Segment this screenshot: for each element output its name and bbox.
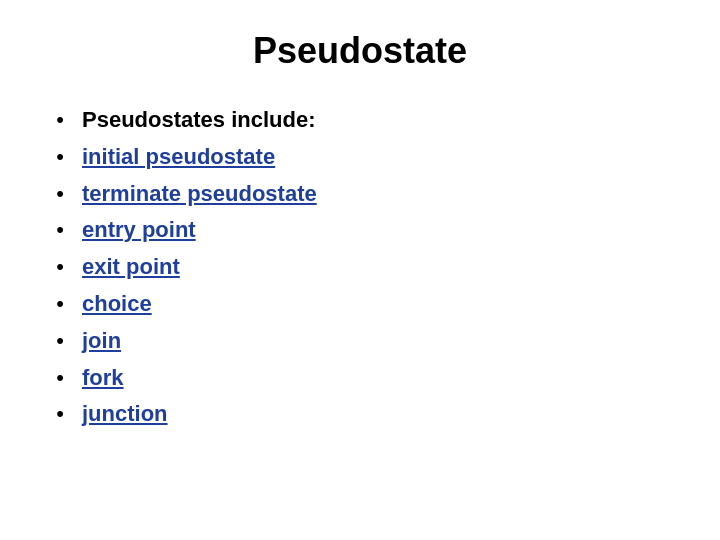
bullet-text[interactable]: choice — [82, 289, 152, 320]
bullet-icon: • — [50, 105, 70, 136]
bullet-icon: • — [50, 289, 70, 320]
list-item: •junction — [50, 396, 670, 433]
list-item: •Pseudostates include: — [50, 102, 670, 139]
bullet-icon: • — [50, 179, 70, 210]
bullet-list: •Pseudostates include:•initial pseudosta… — [50, 102, 670, 433]
bullet-icon: • — [50, 252, 70, 283]
bullet-text[interactable]: entry point — [82, 215, 196, 246]
bullet-text[interactable]: fork — [82, 363, 124, 394]
list-item: •terminate pseudostate — [50, 176, 670, 213]
list-item: •fork — [50, 360, 670, 397]
bullet-icon: • — [50, 363, 70, 394]
slide-title: Pseudostate — [50, 30, 670, 72]
list-item: •initial pseudostate — [50, 139, 670, 176]
bullet-text: Pseudostates include: — [82, 105, 316, 136]
bullet-text[interactable]: junction — [82, 399, 168, 430]
bullet-text[interactable]: exit point — [82, 252, 180, 283]
bullet-text[interactable]: join — [82, 326, 121, 357]
bullet-text[interactable]: terminate pseudostate — [82, 179, 317, 210]
bullet-icon: • — [50, 399, 70, 430]
bullet-text[interactable]: initial pseudostate — [82, 142, 275, 173]
slide: Pseudostate •Pseudostates include:•initi… — [0, 0, 720, 540]
bullet-icon: • — [50, 326, 70, 357]
bullet-icon: • — [50, 142, 70, 173]
bullet-icon: • — [50, 215, 70, 246]
list-item: •choice — [50, 286, 670, 323]
list-item: •exit point — [50, 249, 670, 286]
list-item: •entry point — [50, 212, 670, 249]
list-item: •join — [50, 323, 670, 360]
